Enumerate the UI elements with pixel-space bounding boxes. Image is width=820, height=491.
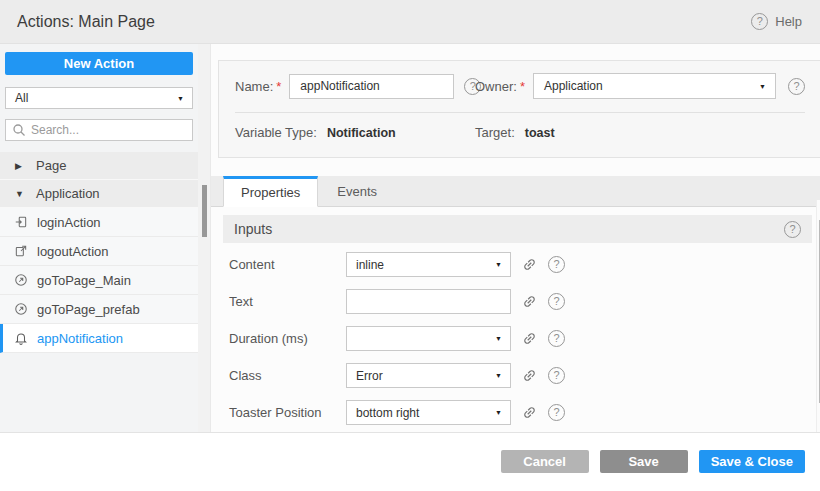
goto-page-icon xyxy=(14,273,28,287)
required-marker: * xyxy=(276,79,281,94)
variable-type-label: Variable Type: xyxy=(235,125,317,140)
action-summary-panel: Name: * ? Owner: * Application ▼ ? xyxy=(218,60,820,158)
owner-select-value: Application xyxy=(544,79,603,93)
tree-group-label: Application xyxy=(36,186,100,201)
logout-icon xyxy=(14,244,28,258)
new-action-button[interactable]: New Action xyxy=(5,52,193,75)
tab-properties[interactable]: Properties xyxy=(223,176,318,207)
name-label: Name: xyxy=(235,79,273,94)
search-icon xyxy=(12,123,26,137)
properties-content: Inputs ? Content inline ▼ ? xyxy=(211,207,820,433)
required-marker: * xyxy=(520,79,525,94)
tree-item-label: loginAction xyxy=(37,215,101,230)
select-value: inline xyxy=(356,258,384,272)
inputs-section-title: Inputs xyxy=(234,221,272,237)
goto-page-icon xyxy=(14,302,28,316)
filter-select-value: All xyxy=(15,91,28,105)
tree-item-goToPage_prefab[interactable]: goToPage_prefab xyxy=(0,295,198,324)
tab-label: Events xyxy=(337,184,377,199)
chevron-down-icon: ▼ xyxy=(15,189,25,199)
chevron-down-icon: ▼ xyxy=(759,83,766,90)
duration-select[interactable]: ▼ xyxy=(346,326,511,351)
login-icon xyxy=(14,215,28,229)
tree-item-loginAction[interactable]: loginAction xyxy=(0,208,198,237)
variable-type-value: Notification xyxy=(327,126,396,140)
editor-tabs: Properties Events xyxy=(211,176,820,207)
page-title: Actions: Main Page xyxy=(17,13,155,31)
search-input[interactable] xyxy=(5,119,193,141)
tree-group-page[interactable]: ▶ Page xyxy=(0,152,198,180)
save-and-close-button[interactable]: Save & Close xyxy=(699,450,805,473)
chevron-down-icon: ▼ xyxy=(495,335,502,342)
select-value: Error xyxy=(356,369,383,383)
toaster-position-select[interactable]: bottom right ▼ xyxy=(346,400,511,425)
sidebar-scrollbar-thumb[interactable] xyxy=(202,185,207,237)
tree-item-label: goToPage_prefab xyxy=(37,302,140,317)
help-icon[interactable]: ? xyxy=(784,221,801,238)
notification-bell-icon xyxy=(14,331,28,345)
cancel-button[interactable]: Cancel xyxy=(501,450,589,473)
help-icon[interactable]: ? xyxy=(548,330,565,347)
bind-link-icon[interactable] xyxy=(522,368,537,383)
property-label: Content xyxy=(229,257,346,272)
search-box xyxy=(5,119,193,141)
tab-label: Properties xyxy=(241,185,300,200)
bind-link-icon[interactable] xyxy=(522,294,537,309)
property-row-text: Text ? xyxy=(229,283,820,320)
bind-link-icon[interactable] xyxy=(522,331,537,346)
tree-item-label: appNotification xyxy=(37,331,123,346)
tree-item-label: goToPage_Main xyxy=(37,273,131,288)
help-link[interactable]: ? Help xyxy=(751,13,802,30)
dialog-header: Actions: Main Page ? Help xyxy=(0,0,820,44)
property-label: Class xyxy=(229,368,346,383)
inputs-section-header: Inputs ? xyxy=(223,215,812,243)
dialog-body: New Action All ▼ ▶ Page ▼ Appl xyxy=(0,44,820,433)
chevron-down-icon: ▼ xyxy=(495,372,502,379)
tab-events[interactable]: Events xyxy=(318,176,396,206)
target-value: toast xyxy=(525,126,555,140)
property-row-content: Content inline ▼ ? xyxy=(229,246,820,283)
action-editor-panel: Name: * ? Owner: * Application ▼ ? xyxy=(211,44,820,432)
tree-group-label: Page xyxy=(36,158,66,173)
name-input[interactable] xyxy=(289,74,454,99)
help-icon: ? xyxy=(751,13,768,30)
help-label: Help xyxy=(775,14,802,29)
help-icon[interactable]: ? xyxy=(548,293,565,310)
panel-divider xyxy=(235,112,805,113)
actions-tree: ▶ Page ▼ Application loginAction xyxy=(0,152,198,353)
owner-select[interactable]: Application ▼ xyxy=(533,73,776,99)
help-icon[interactable]: ? xyxy=(788,78,805,95)
chevron-right-icon: ▶ xyxy=(15,161,25,171)
tree-item-goToPage_Main[interactable]: goToPage_Main xyxy=(0,266,198,295)
text-input[interactable] xyxy=(346,289,511,314)
class-select[interactable]: Error ▼ xyxy=(346,363,511,388)
property-row-duration: Duration (ms) ▼ ? xyxy=(229,320,820,357)
owner-label: Owner: xyxy=(475,79,517,94)
chevron-down-icon: ▼ xyxy=(495,261,502,268)
tree-item-logoutAction[interactable]: logoutAction xyxy=(0,237,198,266)
dialog-footer: Cancel Save Save & Close xyxy=(0,433,820,491)
target-label: Target: xyxy=(475,125,515,140)
content-select[interactable]: inline ▼ xyxy=(346,252,511,277)
properties-scrollbar[interactable]: ▲ ▼ xyxy=(816,200,820,432)
bind-link-icon[interactable] xyxy=(522,257,537,272)
save-button[interactable]: Save xyxy=(600,450,688,473)
help-icon[interactable]: ? xyxy=(548,404,565,421)
tree-group-application[interactable]: ▼ Application xyxy=(0,180,198,208)
property-label: Duration (ms) xyxy=(229,331,346,346)
property-row-class: Class Error ▼ ? xyxy=(229,357,820,394)
chevron-down-icon: ▼ xyxy=(495,409,502,416)
tree-item-appNotification[interactable]: appNotification xyxy=(0,324,198,353)
chevron-down-icon: ▼ xyxy=(177,95,184,102)
sidebar-empty-area xyxy=(0,353,198,432)
filter-select[interactable]: All ▼ xyxy=(5,87,193,109)
property-row-toaster-position: Toaster Position bottom right ▼ ? xyxy=(229,394,820,431)
bind-link-icon[interactable] xyxy=(522,405,537,420)
actions-sidebar: New Action All ▼ ▶ Page ▼ Appl xyxy=(0,44,198,432)
actions-dialog: Actions: Main Page ? Help New Action All… xyxy=(0,0,820,491)
tree-item-label: logoutAction xyxy=(37,244,109,259)
property-label: Toaster Position xyxy=(229,405,346,420)
help-icon[interactable]: ? xyxy=(548,367,565,384)
help-icon[interactable]: ? xyxy=(548,256,565,273)
sidebar-scrollbar[interactable] xyxy=(198,44,211,432)
